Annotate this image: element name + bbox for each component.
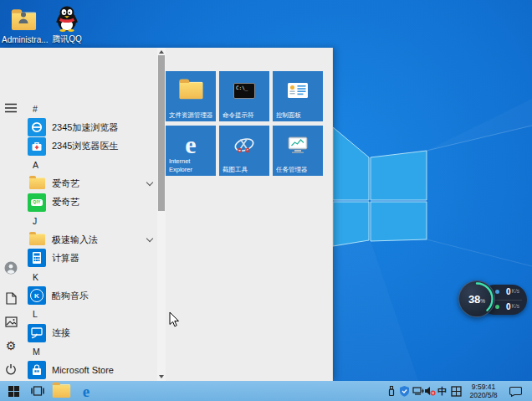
start-button[interactable] (2, 381, 25, 401)
tile-taskmgr[interactable]: 任务管理器 (273, 126, 323, 176)
qq-penguin-icon (45, 3, 89, 32)
doctor-2345-icon (28, 137, 46, 156)
tile-label: Internet Explorer (169, 157, 214, 173)
app-label: 极速输入法 (52, 234, 98, 246)
shield-icon (399, 385, 410, 397)
download-dot-icon (495, 305, 499, 309)
tile-ie[interactable]: eInternet Explorer (166, 126, 216, 176)
desktop-icon-administrator[interactable]: Administra... (2, 5, 45, 44)
taskmgr-icon (273, 132, 323, 157)
app-item[interactable]: 2345浏览器医生 (22, 137, 157, 156)
task-view-icon (31, 385, 44, 397)
folder-icon (52, 384, 70, 398)
chevron-down-icon[interactable] (146, 235, 153, 242)
tile-grid: 文件资源管理器C:\_命令提示符控制面板eInternet Explorer截图… (166, 71, 326, 180)
ie-icon: e (166, 132, 216, 157)
section-letter: J (33, 216, 37, 226)
tile-explorer[interactable]: 文件资源管理器 (166, 71, 216, 121)
volume-muted-icon (424, 386, 436, 396)
user-avatar-button[interactable] (3, 260, 18, 275)
user-folder-icon (2, 5, 45, 33)
folder-icon (28, 230, 46, 249)
section-letter: A (33, 160, 38, 170)
app-label: 计算器 (52, 252, 79, 265)
tile-control-panel[interactable]: 控制面板 (273, 71, 323, 121)
app-item[interactable]: K酷狗音乐 (22, 286, 157, 305)
app-item[interactable]: 2345加速浏览器 (22, 118, 157, 136)
app-section-header[interactable]: A (22, 156, 157, 174)
documents-button[interactable] (3, 290, 18, 306)
gear-icon: ⚙ (6, 340, 17, 352)
app-section-header[interactable]: M (22, 342, 157, 361)
app-section-header[interactable]: J (22, 212, 157, 230)
browser-2345-icon (28, 118, 46, 136)
tray-date: 2020/5/8 (463, 391, 504, 399)
action-center-button[interactable] (506, 381, 524, 401)
person-icon (18, 11, 29, 24)
section-letter: K (33, 272, 38, 282)
volume-tray-button[interactable] (422, 381, 437, 401)
chevron-down-icon[interactable] (146, 179, 153, 186)
folder-icon (28, 174, 46, 193)
app-label: 酷狗音乐 (52, 290, 89, 302)
app-item[interactable]: Microsoft Store (22, 361, 157, 379)
start-menu: ⚙ #2345加速浏览器2345浏览器医生A爱奇艺QIY爱奇艺J极速输入法计算器… (0, 48, 333, 381)
usb-device-tray-button[interactable] (386, 381, 397, 401)
app-label: 2345加速浏览器 (52, 121, 118, 134)
desktop-icon-label: Administra... (2, 35, 45, 44)
desktop-icon-label: 腾讯QQ (45, 33, 89, 45)
app-list-scrollbar[interactable] (157, 48, 166, 381)
download-speed-value: 0 (506, 303, 511, 311)
scroll-up-arrow-icon[interactable] (159, 50, 164, 54)
speed-ball-widget[interactable]: 0 K/s 0 K/s 38% (458, 280, 530, 319)
edge-taskbar-button[interactable]: e (75, 381, 97, 401)
file-explorer-taskbar-button[interactable] (50, 381, 72, 401)
windows-logo-icon (8, 386, 19, 397)
memory-percent-label: 38% (459, 281, 494, 316)
menu-hamburger-button[interactable] (3, 100, 18, 116)
app-item[interactable]: 连接 (22, 324, 157, 342)
connect-icon (28, 324, 46, 342)
section-letter: # (33, 104, 38, 114)
upload-speed-row: 0 K/s (495, 285, 523, 299)
pictures-button[interactable] (3, 314, 18, 329)
pictures-icon (5, 316, 18, 327)
app-label: 爱奇艺 (52, 177, 79, 190)
language-indicator[interactable]: 中 (437, 381, 447, 401)
app-label: Microsoft Store (52, 365, 114, 375)
app-group-item[interactable]: 极速输入法 (22, 230, 157, 249)
app-section-header[interactable]: L (22, 305, 157, 323)
power-button[interactable] (3, 362, 18, 377)
ime-mode-button[interactable] (449, 381, 463, 401)
desktop-icon-qq[interactable]: 腾讯QQ (45, 3, 89, 45)
app-section-header[interactable]: # (22, 100, 157, 118)
speed-percent-ball[interactable]: 38% (458, 280, 495, 317)
security-tray-button[interactable] (398, 381, 411, 401)
scroll-down-arrow-icon[interactable] (159, 375, 164, 378)
section-letter: M (33, 347, 40, 357)
download-speed-row: 0 K/s (495, 300, 523, 314)
ime-grid-icon (451, 386, 462, 397)
action-center-icon (509, 386, 522, 397)
app-group-item[interactable]: 爱奇艺 (22, 174, 157, 193)
tile-label: 截图工具 (223, 166, 268, 173)
tile-cmd[interactable]: C:\_命令提示符 (219, 71, 269, 121)
section-letter: L (33, 309, 38, 319)
app-item[interactable]: 计算器 (22, 249, 157, 267)
settings-rail-button[interactable]: ⚙ (3, 338, 18, 353)
task-view-button[interactable] (27, 381, 49, 401)
tray-time: 9:59:41 (463, 383, 504, 391)
tile-snipping[interactable]: 截图工具 (219, 126, 269, 176)
download-speed-unit: K/s (512, 304, 519, 310)
tile-label: 控制面板 (276, 111, 321, 119)
explorer-icon (166, 78, 216, 103)
taskbar: e 中 9:59:41 2020 (0, 381, 532, 401)
app-section-header[interactable]: K (22, 268, 157, 286)
scrollbar-thumb[interactable] (158, 55, 165, 211)
upload-speed-value: 0 (506, 288, 511, 296)
app-label: 2345浏览器医生 (52, 140, 118, 152)
taskbar-clock[interactable]: 9:59:41 2020/5/8 (463, 383, 504, 399)
app-item[interactable]: QIY爱奇艺 (22, 193, 157, 212)
snipping-icon (219, 132, 269, 157)
upload-speed-unit: K/s (512, 289, 519, 295)
